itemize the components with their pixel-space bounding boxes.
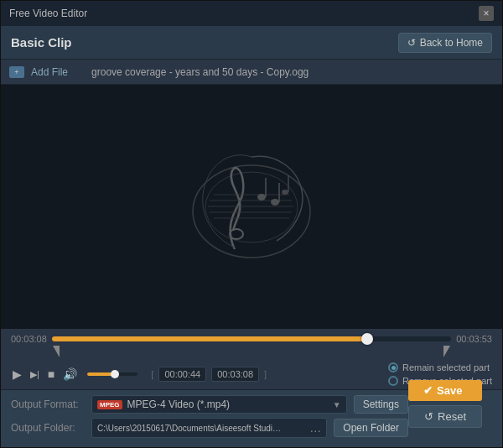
svg-point-1 [205, 172, 298, 242]
svg-point-2 [230, 229, 243, 239]
action-buttons: ✔ Save ↺ Reset [408, 380, 482, 428]
total-time-box[interactable]: 00:03:08 [211, 367, 259, 382]
svg-point-10 [271, 199, 279, 206]
current-time-box[interactable]: 00:00:44 [158, 367, 206, 382]
bottom-wrapper: Output Format: MPEG MPEG-4 Video (*.mp4)… [11, 395, 492, 438]
timeline-track[interactable] [52, 336, 451, 341]
add-file-icon: + [9, 66, 24, 78]
folder-path: C:\Users\20150617\Documents\Aiseesoft St… [91, 418, 327, 438]
close-button[interactable]: × [479, 6, 494, 21]
dropdown-arrow-icon: ▼ [333, 400, 341, 409]
music-visual [168, 132, 335, 283]
svg-point-12 [282, 190, 288, 195]
format-label: Output Format: [11, 399, 85, 410]
folder-path-text: C:\Users\20150617\Documents\Aiseesoft St… [97, 424, 282, 433]
timeline-bar: 00:03:08 00:03:53 [1, 329, 502, 346]
folder-row: Output Folder: C:\Users\20150617\Documen… [11, 418, 408, 438]
refresh-icon: ↺ [407, 37, 416, 49]
reset-icon: ↺ [424, 410, 433, 423]
reset-button[interactable]: ↺ Reset [408, 405, 482, 428]
add-file-bar: + Add File groove coverage - years and 5… [1, 60, 502, 85]
stop-button[interactable]: ■ [46, 366, 56, 383]
bottom-area: Output Format: MPEG MPEG-4 Video (*.mp4)… [1, 389, 502, 447]
open-folder-button[interactable]: Open Folder [334, 419, 408, 437]
trim-left-marker[interactable] [53, 346, 60, 357]
trim-area [53, 346, 450, 359]
time-start-label: 00:03:08 [11, 334, 47, 344]
frame-step-button[interactable]: ▶| [29, 367, 41, 382]
format-row: Output Format: MPEG MPEG-4 Video (*.mp4)… [11, 395, 408, 414]
title-bar: Free Video Editor × [1, 1, 502, 26]
window-title: Free Video Editor [9, 8, 87, 19]
video-preview [1, 85, 502, 329]
remain-label: Remain selected part [402, 362, 490, 372]
header: Basic Clip ↺ Back to Home [1, 26, 502, 60]
svg-point-8 [257, 194, 266, 201]
time-end-label: 00:03:53 [456, 334, 492, 344]
add-file-button[interactable]: Add File [31, 66, 68, 78]
volume-thumb[interactable] [111, 370, 119, 378]
folder-label: Output Folder: [11, 422, 85, 434]
page-title: Basic Clip [11, 35, 72, 49]
mute-button[interactable]: 🔊 [61, 366, 79, 383]
svg-point-0 [193, 165, 310, 258]
remove-radio[interactable] [388, 376, 398, 386]
volume-slider[interactable] [87, 372, 137, 376]
trim-markers [1, 346, 502, 359]
remain-option[interactable]: Remain selected part [388, 362, 492, 372]
trim-right-marker[interactable] [443, 346, 450, 357]
format-select[interactable]: MPEG MPEG-4 Video (*.mp4) ▼ [91, 395, 347, 414]
timeline-fill [52, 336, 367, 341]
format-icon: MPEG [97, 400, 122, 409]
remain-radio[interactable] [388, 362, 398, 372]
file-name-label: groove coverage - years and 50 days - Co… [91, 66, 309, 78]
time-display: [ 00:00:44 00:03:08 ] [151, 367, 267, 382]
play-button[interactable]: ▶ [11, 366, 23, 383]
browse-button[interactable]: … [309, 421, 321, 435]
timeline-thumb[interactable] [361, 333, 373, 345]
save-button[interactable]: ✔ Save [408, 380, 482, 401]
settings-button[interactable]: Settings [354, 395, 408, 414]
back-home-button[interactable]: ↺ Back to Home [398, 33, 492, 53]
check-icon: ✔ [423, 384, 433, 397]
main-window: Free Video Editor × Basic Clip ↺ Back to… [0, 0, 503, 448]
format-value: MPEG-4 Video (*.mp4) [127, 399, 231, 410]
